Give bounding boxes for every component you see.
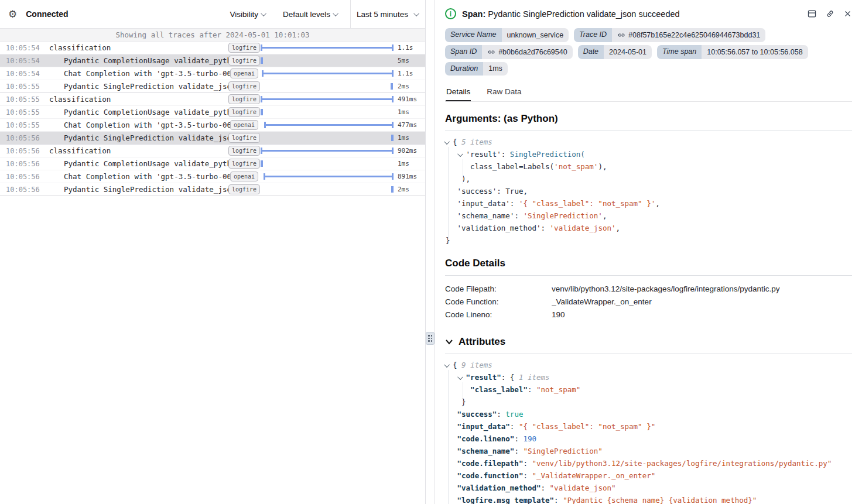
code-token: "validate_json" xyxy=(550,484,616,492)
trace-row-icon-slot xyxy=(57,107,59,118)
trace-row[interactable]: 10:05:55 Chat Completion with 'gpt-3.5-t… xyxy=(0,119,425,132)
trace-row[interactable]: 10:05:54 Pydantic CompletionUsage valida… xyxy=(0,54,425,67)
trace-row[interactable]: 10:05:54 classification logfire 1.1s xyxy=(0,42,425,54)
divider xyxy=(445,354,852,354)
collapse-chevron-icon[interactable] xyxy=(444,362,450,368)
visibility-dropdown[interactable]: Visibility xyxy=(230,10,266,19)
trace-row-name: Pydantic SinglePrediction validate_json xyxy=(64,82,231,91)
trace-row-timeline xyxy=(261,183,394,196)
trace-row[interactable]: 10:05:56 classification logfire 902ms xyxy=(0,145,425,157)
trace-row-timestamp: 10:05:55 xyxy=(0,83,40,91)
trace-row-icon-slot xyxy=(57,68,59,79)
code-token: "code.lineno" xyxy=(457,434,515,443)
code-line: "class_label": "not_spam" xyxy=(446,383,852,396)
span-duration-bar xyxy=(261,98,394,100)
tag-chip: openai xyxy=(230,68,258,78)
code-token: '{ "class_label": "not_spam" }' xyxy=(519,199,655,208)
close-icon[interactable] xyxy=(843,9,852,18)
trace-row[interactable]: 10:05:56 Pydantic CompletionUsage valida… xyxy=(0,157,425,170)
code-token: "not_spam" xyxy=(536,385,580,394)
code-line: 'schema_name': 'SinglePrediction', xyxy=(446,210,852,222)
trace-row[interactable]: 10:05:56 Pydantic SinglePrediction valid… xyxy=(0,132,425,145)
trace-row-timestamp: 10:05:56 xyxy=(0,186,40,194)
tab-raw-data[interactable]: Raw Data xyxy=(486,84,522,101)
trace-row[interactable]: 10:05:56 Chat Completion with 'gpt-3.5-t… xyxy=(0,170,425,183)
trace-row-tag: openai xyxy=(231,120,257,130)
trace-row-main: Pydantic SinglePrediction validate_json xyxy=(40,184,231,195)
badge-value-text: 10:05:56.057 to 10:05:56.058 xyxy=(707,49,802,56)
info-level-icon: i xyxy=(445,8,456,19)
panel-splitter[interactable] xyxy=(426,0,435,504)
badge-value: #b0b6da2d76c69540 xyxy=(482,45,572,59)
trace-row-tag: openai xyxy=(231,68,257,78)
badge-value-text: #b0b6da2d76c69540 xyxy=(498,49,567,56)
code-token: True, xyxy=(505,187,528,196)
section-chevron-icon[interactable] xyxy=(445,338,453,346)
trace-row[interactable]: 10:05:55 Pydantic SinglePrediction valid… xyxy=(0,80,425,93)
connection-status: Connected xyxy=(26,9,68,19)
trace-row[interactable]: 10:05:55 Pydantic CompletionUsage valida… xyxy=(0,106,425,119)
badge-value-text: unknown_service xyxy=(507,32,564,39)
code-line: "code.filepath": "venv/lib/python3.12/si… xyxy=(446,457,852,469)
indent-guide xyxy=(448,147,449,240)
span-duration-bar xyxy=(262,73,394,74)
trace-row-main: classification xyxy=(40,95,231,104)
code-token: "venv/lib/python3.12/site-packages/logfi… xyxy=(532,459,832,468)
trace-row-name: classification xyxy=(49,43,231,52)
default-levels-dropdown[interactable]: Default levels xyxy=(283,10,338,19)
span-badge: Span ID #b0b6da2d76c69540 xyxy=(445,45,573,59)
trace-row-icon-slot xyxy=(57,184,59,195)
divider xyxy=(445,131,852,131)
code-line: "code.function": "_ValidateWrapper._on_e… xyxy=(446,469,852,482)
span-badge: Date 2024-05-01 xyxy=(578,45,652,59)
indent-guide xyxy=(463,382,463,407)
collapse-chevron-icon[interactable] xyxy=(444,139,450,145)
code-token: "logfire.msg_template" xyxy=(457,496,555,504)
copy-link-icon[interactable] xyxy=(825,9,835,19)
tag-chip: logfire xyxy=(228,146,260,156)
badge-value: 1ms xyxy=(483,62,508,76)
settings-gear-icon[interactable]: ⚙ xyxy=(8,9,17,19)
code-token: { xyxy=(510,373,519,382)
detail-tabs: Details Raw Data xyxy=(445,84,852,102)
span-duration-bar xyxy=(261,47,394,49)
code-line: 'success': True, xyxy=(446,185,852,197)
span-duration-bar xyxy=(391,83,393,90)
badge-label: Span ID xyxy=(445,45,482,59)
trace-row-tag: logfire xyxy=(231,146,257,156)
trace-panel-header: ⚙ Connected Visibility Default levels La… xyxy=(0,0,425,29)
badge-label: Time span xyxy=(657,45,702,59)
trace-row[interactable]: 10:05:56 Pydantic SinglePrediction valid… xyxy=(0,183,425,196)
code-token: : xyxy=(541,224,550,232)
badge-value: unknown_service xyxy=(502,28,569,42)
code-token: , xyxy=(603,211,607,220)
trace-row-timeline xyxy=(261,119,394,131)
trace-row[interactable]: 10:05:54 Chat Completion with 'gpt-3.5-t… xyxy=(0,67,425,80)
trace-row-main: classification xyxy=(40,146,231,155)
trace-row[interactable]: 10:05:55 classification logfire 491ms xyxy=(0,93,425,106)
code-token: 'not_spam' xyxy=(554,162,598,171)
time-range-dropdown[interactable]: Last 5 minutes xyxy=(350,0,425,28)
trace-row-duration: 491ms xyxy=(394,95,425,103)
trace-row-timeline xyxy=(261,132,394,144)
visibility-dropdown-label: Visibility xyxy=(230,10,258,19)
code-indent xyxy=(446,174,454,183)
link-icon[interactable] xyxy=(487,48,495,56)
trace-row-duration: 2ms xyxy=(394,83,425,90)
trace-row-name: Pydantic CompletionUsage validate_python xyxy=(64,56,231,65)
link-icon[interactable] xyxy=(617,31,625,39)
badge-value-text: 1ms xyxy=(488,65,502,73)
code-detail-label: Code Function: xyxy=(445,296,552,308)
trace-row-duration: 902ms xyxy=(394,147,425,155)
tab-details[interactable]: Details xyxy=(446,84,471,101)
dock-panel-icon[interactable] xyxy=(807,9,817,19)
splitter-drag-handle-icon[interactable] xyxy=(426,332,435,345)
code-token: : xyxy=(541,484,550,492)
code-line: "success": true xyxy=(446,408,852,420)
attributes-section-header[interactable]: Attributes xyxy=(445,336,852,348)
code-details-table: Code Filepath: venv/lib/python3.12/site-… xyxy=(445,283,852,321)
code-token: "code.filepath" xyxy=(457,459,524,468)
span-header-actions xyxy=(807,9,852,19)
trace-row-main: Pydantic CompletionUsage validate_python xyxy=(40,56,231,66)
code-detail-value: venv/lib/python3.12/site-packages/logfir… xyxy=(552,283,852,296)
